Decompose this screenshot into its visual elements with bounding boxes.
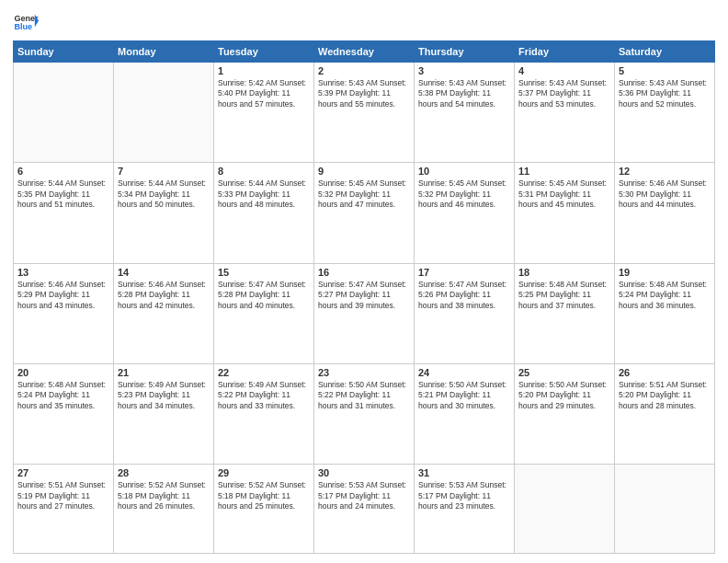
day-number: 8 [218, 166, 310, 177]
day-number: 18 [518, 267, 610, 278]
day-number: 13 [17, 267, 109, 278]
cell-content: Sunrise: 5:46 AM Sunset: 5:30 PM Dayligh… [619, 178, 711, 210]
calendar-cell: 26Sunrise: 5:51 AM Sunset: 5:20 PM Dayli… [615, 363, 715, 464]
cell-content: Sunrise: 5:53 AM Sunset: 5:17 PM Dayligh… [418, 480, 510, 511]
cell-content: Sunrise: 5:45 AM Sunset: 5:32 PM Dayligh… [418, 178, 510, 210]
cell-content: Sunrise: 5:42 AM Sunset: 5:40 PM Dayligh… [218, 78, 310, 109]
day-number: 17 [418, 267, 510, 278]
day-number: 23 [318, 367, 410, 378]
day-number: 11 [518, 166, 610, 177]
calendar-cell: 25Sunrise: 5:50 AM Sunset: 5:20 PM Dayli… [515, 363, 615, 464]
cell-content: Sunrise: 5:50 AM Sunset: 5:21 PM Dayligh… [418, 380, 510, 411]
calendar-cell: 5Sunrise: 5:43 AM Sunset: 5:36 PM Daylig… [615, 63, 715, 163]
day-number: 5 [619, 65, 711, 76]
calendar-cell: 17Sunrise: 5:47 AM Sunset: 5:26 PM Dayli… [415, 263, 515, 363]
cell-content: Sunrise: 5:51 AM Sunset: 5:20 PM Dayligh… [619, 380, 711, 411]
day-number: 7 [118, 166, 210, 177]
calendar-cell: 7Sunrise: 5:44 AM Sunset: 5:34 PM Daylig… [114, 163, 214, 263]
cell-content: Sunrise: 5:53 AM Sunset: 5:17 PM Dayligh… [318, 480, 410, 511]
cell-content: Sunrise: 5:52 AM Sunset: 5:18 PM Dayligh… [218, 480, 310, 511]
header: General Blue [13, 9, 715, 35]
day-number: 16 [318, 267, 410, 278]
weekday-header: Friday [515, 41, 615, 63]
calendar-table: SundayMondayTuesdayWednesdayThursdayFrid… [13, 40, 715, 554]
day-number: 9 [318, 166, 410, 177]
cell-content: Sunrise: 5:43 AM Sunset: 5:39 PM Dayligh… [318, 78, 410, 109]
weekday-header-row: SundayMondayTuesdayWednesdayThursdayFrid… [14, 41, 715, 63]
calendar-cell: 10Sunrise: 5:45 AM Sunset: 5:32 PM Dayli… [415, 163, 515, 263]
page: General Blue SundayMondayTuesdayWednesda… [0, 0, 728, 563]
cell-content: Sunrise: 5:46 AM Sunset: 5:29 PM Dayligh… [17, 280, 109, 311]
cell-content: Sunrise: 5:44 AM Sunset: 5:35 PM Dayligh… [17, 178, 109, 210]
day-number: 2 [318, 65, 410, 76]
calendar-cell: 8Sunrise: 5:44 AM Sunset: 5:33 PM Daylig… [214, 163, 314, 263]
weekday-header: Saturday [615, 41, 715, 63]
calendar-cell: 14Sunrise: 5:46 AM Sunset: 5:28 PM Dayli… [114, 263, 214, 363]
calendar-cell: 23Sunrise: 5:50 AM Sunset: 5:22 PM Dayli… [314, 363, 415, 464]
weekday-header: Monday [114, 41, 214, 63]
calendar-cell: 21Sunrise: 5:49 AM Sunset: 5:23 PM Dayli… [114, 363, 214, 464]
cell-content: Sunrise: 5:43 AM Sunset: 5:37 PM Dayligh… [518, 78, 610, 109]
calendar-cell: 28Sunrise: 5:52 AM Sunset: 5:18 PM Dayli… [114, 465, 214, 554]
day-number: 14 [118, 267, 210, 278]
day-number: 3 [418, 65, 510, 76]
calendar-cell: 24Sunrise: 5:50 AM Sunset: 5:21 PM Dayli… [415, 363, 515, 464]
day-number: 15 [218, 267, 310, 278]
calendar-cell: 15Sunrise: 5:47 AM Sunset: 5:28 PM Dayli… [214, 263, 314, 363]
calendar-cell: 6Sunrise: 5:44 AM Sunset: 5:35 PM Daylig… [14, 163, 114, 263]
day-number: 10 [418, 166, 510, 177]
calendar-cell: 27Sunrise: 5:51 AM Sunset: 5:19 PM Dayli… [14, 465, 114, 554]
weekday-header: Thursday [415, 41, 515, 63]
calendar-week-row: 27Sunrise: 5:51 AM Sunset: 5:19 PM Dayli… [14, 465, 715, 554]
calendar-cell [515, 465, 615, 554]
day-number: 25 [518, 367, 610, 378]
cell-content: Sunrise: 5:43 AM Sunset: 5:36 PM Dayligh… [619, 78, 711, 109]
day-number: 1 [218, 65, 310, 76]
day-number: 12 [619, 166, 711, 177]
calendar-cell: 29Sunrise: 5:52 AM Sunset: 5:18 PM Dayli… [214, 465, 314, 554]
day-number: 27 [17, 467, 109, 478]
cell-content: Sunrise: 5:45 AM Sunset: 5:31 PM Dayligh… [518, 178, 610, 210]
day-number: 26 [619, 367, 711, 378]
calendar-week-row: 6Sunrise: 5:44 AM Sunset: 5:35 PM Daylig… [14, 163, 715, 263]
cell-content: Sunrise: 5:44 AM Sunset: 5:33 PM Dayligh… [218, 178, 310, 210]
calendar-week-row: 20Sunrise: 5:48 AM Sunset: 5:24 PM Dayli… [14, 363, 715, 464]
cell-content: Sunrise: 5:47 AM Sunset: 5:26 PM Dayligh… [418, 280, 510, 311]
weekday-header: Sunday [14, 41, 114, 63]
day-number: 21 [118, 367, 210, 378]
cell-content: Sunrise: 5:47 AM Sunset: 5:27 PM Dayligh… [318, 280, 410, 311]
cell-content: Sunrise: 5:50 AM Sunset: 5:22 PM Dayligh… [318, 380, 410, 411]
day-number: 30 [318, 467, 410, 478]
day-number: 22 [218, 367, 310, 378]
calendar-cell: 13Sunrise: 5:46 AM Sunset: 5:29 PM Dayli… [14, 263, 114, 363]
cell-content: Sunrise: 5:46 AM Sunset: 5:28 PM Dayligh… [118, 280, 210, 311]
cell-content: Sunrise: 5:47 AM Sunset: 5:28 PM Dayligh… [218, 280, 310, 311]
day-number: 24 [418, 367, 510, 378]
cell-content: Sunrise: 5:45 AM Sunset: 5:32 PM Dayligh… [318, 178, 410, 210]
cell-content: Sunrise: 5:52 AM Sunset: 5:18 PM Dayligh… [118, 480, 210, 511]
logo-icon: General Blue [13, 9, 39, 35]
cell-content: Sunrise: 5:48 AM Sunset: 5:25 PM Dayligh… [518, 280, 610, 311]
calendar-cell: 31Sunrise: 5:53 AM Sunset: 5:17 PM Dayli… [415, 465, 515, 554]
calendar-week-row: 1Sunrise: 5:42 AM Sunset: 5:40 PM Daylig… [14, 63, 715, 163]
calendar-cell: 22Sunrise: 5:49 AM Sunset: 5:22 PM Dayli… [214, 363, 314, 464]
day-number: 19 [619, 267, 711, 278]
calendar-cell [615, 465, 715, 554]
cell-content: Sunrise: 5:48 AM Sunset: 5:24 PM Dayligh… [17, 380, 109, 411]
calendar-cell: 11Sunrise: 5:45 AM Sunset: 5:31 PM Dayli… [515, 163, 615, 263]
cell-content: Sunrise: 5:43 AM Sunset: 5:38 PM Dayligh… [418, 78, 510, 109]
calendar-cell: 1Sunrise: 5:42 AM Sunset: 5:40 PM Daylig… [214, 63, 314, 163]
calendar-cell: 2Sunrise: 5:43 AM Sunset: 5:39 PM Daylig… [314, 63, 415, 163]
day-number: 29 [218, 467, 310, 478]
calendar-cell: 20Sunrise: 5:48 AM Sunset: 5:24 PM Dayli… [14, 363, 114, 464]
calendar-cell: 9Sunrise: 5:45 AM Sunset: 5:32 PM Daylig… [314, 163, 415, 263]
calendar-cell: 18Sunrise: 5:48 AM Sunset: 5:25 PM Dayli… [515, 263, 615, 363]
calendar-cell: 19Sunrise: 5:48 AM Sunset: 5:24 PM Dayli… [615, 263, 715, 363]
day-number: 4 [518, 65, 610, 76]
day-number: 20 [17, 367, 109, 378]
calendar-cell: 4Sunrise: 5:43 AM Sunset: 5:37 PM Daylig… [515, 63, 615, 163]
day-number: 28 [118, 467, 210, 478]
weekday-header: Wednesday [314, 41, 415, 63]
cell-content: Sunrise: 5:49 AM Sunset: 5:22 PM Dayligh… [218, 380, 310, 411]
cell-content: Sunrise: 5:51 AM Sunset: 5:19 PM Dayligh… [17, 480, 109, 511]
